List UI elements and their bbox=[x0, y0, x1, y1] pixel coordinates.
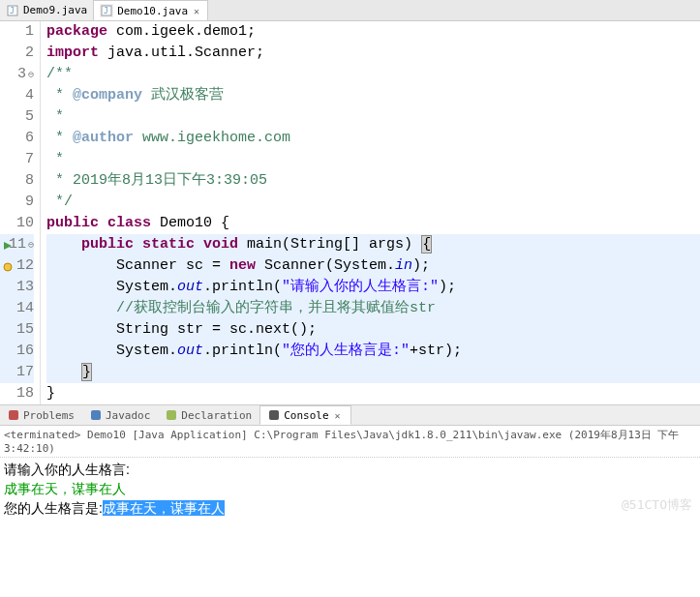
console-icon bbox=[268, 409, 280, 421]
panel-tab-label: Problems bbox=[23, 409, 75, 422]
line-number: 4 bbox=[0, 85, 34, 106]
code-line[interactable]: //获取控制台输入的字符串，并且将其赋值给str bbox=[46, 298, 700, 319]
code-line[interactable]: Scanner sc = new Scanner(System.in); bbox=[46, 255, 700, 277]
panel-tab-label: Console bbox=[284, 409, 328, 422]
line-number: 13 bbox=[0, 277, 34, 298]
process-status-line: <terminated> Demo10 [Java Application] C… bbox=[0, 426, 700, 458]
console-text: 您的人生格言是: bbox=[4, 500, 103, 516]
problems-icon bbox=[8, 409, 19, 421]
code-line[interactable]: import java.util.Scanner; bbox=[46, 43, 700, 64]
close-icon[interactable]: ✕ bbox=[333, 410, 343, 421]
svg-point-5 bbox=[4, 263, 12, 271]
svg-rect-6 bbox=[9, 410, 18, 420]
console-output[interactable]: 请输入你的人生格言: 成事在天，谋事在人 您的人生格言是:成事在天，谋事在人 bbox=[0, 458, 700, 520]
line-number: 16 bbox=[0, 341, 34, 362]
code-line[interactable]: * @author www.igeekhome.com bbox=[46, 128, 700, 149]
line-number: 14 bbox=[0, 298, 34, 319]
line-number: 6 bbox=[0, 128, 34, 149]
java-file-icon: J bbox=[100, 4, 113, 17]
panel-tab-console[interactable]: Console✕ bbox=[259, 405, 350, 425]
svg-text:J: J bbox=[10, 7, 15, 15]
editor-tab[interactable]: JDemo10.java✕ bbox=[94, 0, 208, 20]
svg-text:J: J bbox=[104, 7, 108, 15]
panel-tab-bar: ProblemsJavadocDeclarationConsole✕ bbox=[0, 404, 700, 426]
line-number: 2 bbox=[0, 43, 34, 64]
code-line[interactable]: * @company 武汉极客营 bbox=[46, 85, 700, 106]
console-line: 请输入你的人生格言: bbox=[4, 460, 696, 479]
code-line[interactable]: } bbox=[46, 362, 700, 383]
console-selected-text: 成事在天，谋事在人 bbox=[103, 500, 225, 516]
panel-tab-label: Javadoc bbox=[106, 409, 150, 422]
line-number: 8 bbox=[0, 170, 34, 192]
code-line[interactable]: * 2019年8月13日下午3:39:05 bbox=[46, 170, 700, 192]
line-number: 7 bbox=[0, 149, 34, 170]
code-line[interactable]: /** bbox=[46, 64, 700, 85]
editor-tab-bar: JDemo9.javaJDemo10.java✕ bbox=[0, 0, 700, 21]
svg-rect-9 bbox=[269, 410, 279, 420]
tab-label: Demo9.java bbox=[23, 4, 87, 16]
line-number: 3⊖ bbox=[0, 64, 34, 85]
code-line[interactable]: package com.igeek.demo1; bbox=[46, 21, 700, 43]
panel-tab-declaration[interactable]: Declaration bbox=[158, 405, 259, 425]
line-number: 9 bbox=[0, 192, 34, 213]
code-line[interactable]: } bbox=[46, 383, 700, 404]
watermark: @51CTO博客 bbox=[622, 496, 692, 514]
svg-marker-4 bbox=[4, 242, 12, 250]
code-line[interactable]: */ bbox=[46, 192, 700, 213]
code-body[interactable]: package com.igeek.demo1;import java.util… bbox=[41, 21, 700, 404]
javadoc-icon bbox=[90, 409, 102, 421]
code-line[interactable]: String str = sc.next(); bbox=[46, 319, 700, 341]
decl-icon bbox=[166, 409, 177, 421]
code-editor[interactable]: 123⊖4567891011⊖12131415161718 package co… bbox=[0, 21, 700, 404]
java-file-icon: J bbox=[6, 4, 19, 17]
panel-tab-problems[interactable]: Problems bbox=[0, 405, 82, 425]
console-input-line: 成事在天，谋事在人 bbox=[4, 479, 696, 498]
panel-tab-javadoc[interactable]: Javadoc bbox=[82, 405, 158, 425]
fold-icon[interactable]: ⊖ bbox=[28, 70, 34, 80]
editor-tab[interactable]: JDemo9.java bbox=[0, 0, 94, 20]
run-marker-icon bbox=[2, 238, 14, 250]
code-line[interactable]: * bbox=[46, 149, 700, 170]
code-line[interactable]: public static void main(String[] args) { bbox=[46, 234, 700, 255]
console-line: 您的人生格言是:成事在天，谋事在人 bbox=[4, 498, 696, 518]
tab-label: Demo10.java bbox=[117, 5, 188, 17]
line-number: 1 bbox=[0, 21, 34, 43]
line-number: 17 bbox=[0, 362, 34, 383]
svg-rect-8 bbox=[167, 410, 176, 420]
code-line[interactable]: public class Demo10 { bbox=[46, 213, 700, 234]
code-line[interactable]: * bbox=[46, 106, 700, 128]
line-number: 15 bbox=[0, 319, 34, 341]
fold-icon[interactable]: ⊖ bbox=[28, 240, 34, 251]
close-icon[interactable]: ✕ bbox=[192, 6, 201, 16]
line-number: 5 bbox=[0, 106, 34, 128]
panel-tab-label: Declaration bbox=[181, 409, 252, 422]
warning-marker-icon bbox=[2, 259, 14, 271]
svg-rect-7 bbox=[91, 410, 101, 420]
line-number: 12 bbox=[0, 255, 34, 277]
gutter: 123⊖4567891011⊖12131415161718 bbox=[0, 21, 41, 404]
code-line[interactable]: System.out.println("请输入你的人生格言:"); bbox=[46, 277, 700, 298]
code-line[interactable]: System.out.println("您的人生格言是:"+str); bbox=[46, 341, 700, 362]
line-number: 18 bbox=[0, 383, 34, 404]
line-number: 11⊖ bbox=[0, 234, 34, 255]
line-number: 10 bbox=[0, 213, 34, 234]
